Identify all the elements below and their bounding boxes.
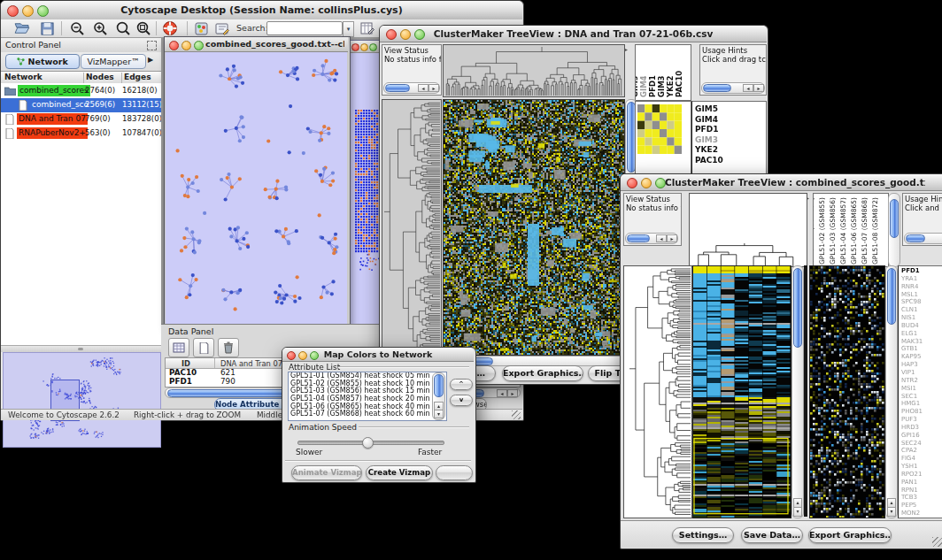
gene-label[interactable]: MSL1 — [899, 291, 942, 299]
table-mode-icon[interactable] — [168, 338, 189, 357]
done-button[interactable] — [436, 465, 473, 480]
network-row-rnapubernov2[interactable]: RNAPuberNov2+ 563(0) 107847(0) — [1, 127, 161, 141]
gene-label[interactable]: PHO81 — [899, 408, 942, 416]
tab-overflow-arrow[interactable]: ▶ — [148, 56, 153, 64]
gene-label[interactable]: YKE2 — [692, 145, 766, 156]
save-icon[interactable] — [38, 20, 56, 36]
usage-hints-hscrollbar[interactable] — [904, 233, 942, 244]
zoom-button[interactable] — [369, 43, 377, 51]
close-button[interactable] — [169, 41, 179, 50]
gene-label[interactable]: RPO21 — [899, 471, 942, 479]
label-vscrollbar[interactable] — [888, 193, 900, 267]
gene-label[interactable]: RPN1 — [899, 487, 942, 495]
scroll-thumb[interactable] — [890, 199, 899, 238]
animation-speed-slider[interactable] — [297, 441, 444, 445]
col-edges[interactable]: Edges — [124, 73, 151, 81]
row-dendrogram[interactable] — [623, 265, 692, 518]
gene-label[interactable]: GIM3 — [692, 135, 766, 146]
zoom-selected-icon[interactable] — [135, 20, 152, 36]
gene-label[interactable]: SEC1 — [899, 393, 942, 401]
zoom-out-icon[interactable] — [68, 20, 86, 36]
gene-label[interactable]: YRA1 — [899, 275, 942, 283]
scroll-left-arrow[interactable]: ◂ — [418, 84, 429, 92]
resize-grip[interactable] — [932, 537, 942, 547]
attribute-browser-icon[interactable] — [359, 20, 376, 36]
scroll-thumb[interactable] — [793, 268, 802, 348]
scroll-thumb[interactable] — [434, 374, 444, 397]
gene-label[interactable]: GIM4 — [692, 115, 766, 126]
delete-attribute-icon[interactable] — [218, 338, 239, 357]
gene-label[interactable]: HAP3 — [899, 361, 942, 369]
main-title-bar[interactable]: Cytoscape Desktop (Session Name: collins… — [1, 1, 522, 20]
expander-arrow-icon[interactable]: ▸ — [625, 46, 628, 52]
network2-title-bar[interactable] — [349, 41, 382, 53]
gene-label[interactable]: RNR4 — [899, 283, 942, 291]
gene-label[interactable]: CPA2 — [899, 447, 942, 455]
scroll-down-arrow[interactable]: ▾ — [887, 507, 896, 517]
gene-label[interactable]: PEP5 — [899, 502, 942, 510]
gene-label[interactable]: GIM5 — [692, 104, 766, 115]
zoom-heatmap-canvas[interactable] — [637, 104, 682, 154]
view-status-hscrollbar[interactable]: ◂ ▸ — [625, 233, 678, 244]
usage-hints-hscrollbar[interactable]: ◂ ▸ — [701, 82, 765, 94]
create-vizmap-button[interactable]: Create Vizmap — [366, 465, 433, 480]
scroll-thumb[interactable] — [385, 84, 410, 92]
tab-vizmapper[interactable]: VizMapper™ — [81, 54, 146, 69]
gene-label[interactable]: MAK31 — [899, 338, 942, 346]
scroll-thumb[interactable] — [627, 234, 650, 242]
help-ring-icon[interactable] — [160, 19, 180, 37]
treeview1-title-bar[interactable]: ClusterMaker TreeView : DNA and Tran 07-… — [380, 26, 767, 42]
column-dendrogram[interactable] — [443, 44, 625, 97]
col-network[interactable]: Network — [4, 73, 42, 81]
export-graphics-button[interactable]: Export Graphics… — [808, 527, 892, 543]
gene-label[interactable]: GTB1 — [899, 345, 942, 353]
network2-canvas[interactable] — [350, 53, 382, 324]
scroll-left-arrow[interactable]: ◂ — [743, 84, 753, 92]
attribute-list-item[interactable]: GPL51-07 (GSM868) heat shock 60 min — [289, 410, 446, 418]
save-data-button[interactable]: Save Data… — [741, 527, 803, 543]
heatmap-canvas[interactable] — [692, 265, 791, 518]
search-input[interactable] — [266, 21, 343, 35]
scroll-thumb[interactable] — [703, 84, 731, 92]
gene-label[interactable]: TCB3 — [899, 494, 942, 502]
panel-splitter[interactable] — [1, 345, 161, 352]
network-overview-canvas[interactable] — [3, 352, 161, 448]
zoom-fit-icon[interactable] — [114, 20, 132, 36]
scroll-thumb[interactable] — [906, 234, 925, 242]
search-dropdown-arrow[interactable]: ▾ — [343, 21, 354, 37]
new-attribute-icon[interactable] — [193, 338, 214, 357]
scroll-right-arrow[interactable]: ▸ — [429, 84, 439, 92]
network-row-combined-sco-selected[interactable]: combined_sco 2569(6) 13112(15) — [1, 98, 161, 112]
network-row-combined-scores[interactable]: combined_scores 2764(0) 16218(0) — [1, 84, 161, 98]
attribute-list-vscrollbar[interactable]: ▴ ▾ — [432, 372, 445, 420]
zoom-heatmap-canvas[interactable] — [809, 265, 885, 518]
scroll-right-arrow[interactable]: ▸ — [507, 389, 518, 397]
gene-label[interactable]: VIP1 — [899, 369, 942, 377]
gene-label[interactable]: NTR2 — [899, 377, 942, 385]
gene-label[interactable]: BUD4 — [899, 322, 942, 330]
scroll-thumb[interactable] — [887, 268, 896, 325]
expander-arrow-icon[interactable]: ▸ — [807, 195, 809, 201]
close-button[interactable] — [627, 178, 637, 188]
slider-thumb[interactable] — [362, 437, 374, 449]
gene-label[interactable]: GPI16 — [899, 432, 942, 440]
scroll-right-arrow[interactable]: ▸ — [667, 234, 677, 242]
minimize-button[interactable] — [181, 41, 191, 50]
gene-label[interactable]: SPC98 — [899, 298, 942, 306]
network1-title-bar[interactable]: combined_scores_good.txt--cluste... — [165, 37, 348, 52]
gene-label[interactable]: PFD1 — [692, 125, 766, 135]
gene-label[interactable]: KAP95 — [899, 353, 942, 361]
zoom-button[interactable] — [194, 41, 204, 50]
row-dendrogram[interactable] — [382, 99, 442, 356]
export-graphics-button[interactable]: Export Graphics… — [502, 365, 583, 381]
col-id[interactable]: ID — [181, 359, 190, 368]
close-button[interactable] — [351, 43, 359, 51]
open-file-icon[interactable] — [13, 20, 31, 36]
gene-label[interactable]: ELG1 — [899, 330, 942, 338]
gene-label[interactable]: PFD1 — [899, 267, 942, 275]
gene-label[interactable]: CLN1 — [899, 306, 942, 314]
view-status-hscrollbar[interactable]: ◂ ▸ — [383, 82, 440, 94]
zoom-in-icon[interactable] — [91, 20, 109, 36]
move-down-button[interactable]: v — [450, 395, 473, 406]
scroll-left-arrow[interactable]: ◂ — [497, 389, 507, 397]
